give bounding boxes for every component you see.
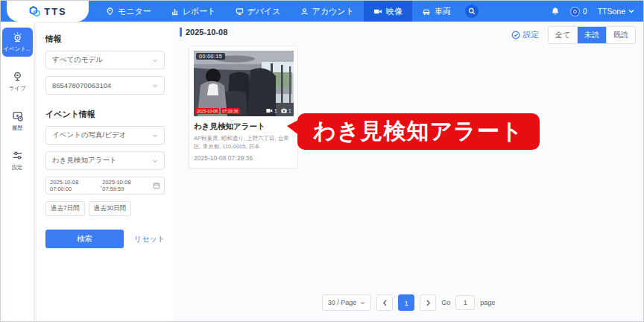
event-section-heading: イベント情報: [45, 109, 165, 120]
filter-read-button[interactable]: 既読: [606, 27, 635, 43]
duration-badge: 00:00:15: [196, 53, 225, 60]
chevron-down-icon: [628, 9, 634, 13]
go-label: Go: [441, 299, 450, 306]
search-icon: [468, 7, 476, 15]
nav-menu: モニター レポート デバイス アカウント: [96, 1, 479, 22]
page-size-select[interactable]: 30 / Page: [322, 294, 372, 311]
sidebar-item-history[interactable]: 履歴: [2, 107, 33, 136]
nav-item-label: モニター: [118, 6, 151, 17]
filter-actions: 検索 リセット: [45, 230, 165, 248]
cabin-scene-image: [194, 51, 294, 116]
search-button[interactable]: [465, 4, 479, 18]
media-type-select[interactable]: イベントの写真/ビデオ: [45, 126, 165, 145]
sidebar-item-label: 履歴: [12, 124, 23, 131]
logo-hexagon-icon: [28, 5, 41, 18]
sidebar-item-label: ライブ: [9, 84, 26, 92]
date-group-heading: 2025-10-08: [180, 28, 227, 37]
search-submit-button[interactable]: 検索: [45, 230, 124, 248]
date-group-label: 2025-10-08: [186, 28, 227, 37]
chevron-left-icon: [382, 300, 388, 306]
coin-icon: [570, 7, 580, 16]
points-indicator[interactable]: 0: [570, 7, 587, 16]
navbar-right: 0 TTSone: [551, 1, 644, 22]
event-type-select-value: わき見検知アラート: [52, 156, 117, 165]
bell-icon[interactable]: [551, 7, 560, 16]
reset-button[interactable]: リセット: [134, 234, 165, 244]
page-size-value: 30 / Page: [328, 299, 357, 306]
settings-toggle[interactable]: 設定: [511, 30, 539, 40]
go-page-input[interactable]: [455, 295, 475, 310]
user-icon: [300, 7, 309, 16]
nav-item-vehicle[interactable]: 車両: [412, 1, 461, 22]
car-icon: [422, 7, 431, 16]
logo[interactable]: TTS: [7, 1, 89, 22]
chevron-down-icon: [152, 133, 158, 139]
nav-item-monitor[interactable]: モニター: [96, 1, 161, 22]
filter-unread-button[interactable]: 未読: [577, 27, 606, 43]
pagination: 30 / Page 1 Go page: [174, 294, 643, 311]
top-navbar: TTS モニター レポート デバイス: [1, 1, 644, 22]
chevron-down-icon: [152, 57, 158, 63]
circle-check-icon: [511, 31, 520, 40]
video-camera-icon: [373, 7, 382, 16]
nav-item-label: アカウント: [312, 6, 354, 17]
date-range-end: 2025-10-08 07:59:59: [102, 179, 153, 192]
last-30-days-button[interactable]: 過去30日間: [89, 201, 131, 216]
chevron-right-icon: [426, 300, 431, 306]
prev-page-button[interactable]: [376, 294, 393, 311]
nav-item-label: 車両: [435, 6, 451, 17]
photo-camera-icon: [281, 108, 287, 113]
page-number-button[interactable]: 1: [398, 294, 414, 311]
read-filter-group: 全て 未読 既読: [548, 26, 636, 44]
logo-text: TTS: [44, 6, 67, 17]
info-section-heading: 情報: [45, 34, 165, 45]
alert-callout-text: わき見検知アラート: [313, 116, 524, 147]
user-menu[interactable]: TTSone: [598, 7, 634, 16]
date-range-picker[interactable]: 2025-10-08 07:00:00 - 2025-10-08 07:59:5…: [45, 177, 165, 195]
event-title: わき見検知アラート: [194, 121, 293, 132]
event-address: AP秋葉原, 昭和通り, 上野六丁目, 台東区, 東京都, 110-0005, …: [194, 135, 293, 151]
nav-item-video[interactable]: 映像: [364, 1, 412, 22]
filter-all-button[interactable]: 全て: [549, 27, 577, 43]
chevron-down-icon: [152, 158, 158, 164]
nav-item-device[interactable]: デバイス: [226, 1, 291, 22]
sidebar-item-label: 設定: [12, 163, 23, 171]
front-camera-count: 1: [266, 107, 277, 114]
event-alert-icon: [12, 31, 23, 42]
event-type-select[interactable]: わき見検知アラート: [45, 151, 165, 170]
nav-item-report[interactable]: レポート: [161, 1, 226, 22]
settings-sliders-icon: [12, 150, 23, 161]
bar-chart-icon: [171, 7, 179, 16]
page-word-label: page: [480, 299, 495, 306]
device-select[interactable]: 865478070063104: [45, 76, 165, 95]
nav-item-account[interactable]: アカウント: [291, 1, 364, 22]
device-select-value: 865478070063104: [52, 81, 111, 89]
nav-item-label: デバイス: [247, 6, 281, 17]
date-range-start: 2025-10-08 07:00:00: [50, 179, 101, 192]
media-type-select-value: イベントの写真/ビデオ: [52, 130, 126, 140]
model-select[interactable]: すべてのモデル: [45, 51, 165, 69]
next-page-button[interactable]: [420, 294, 436, 311]
watermark-time: 07:29:36: [221, 108, 239, 114]
event-card[interactable]: 00:00:15 2025-10-08 07:29:36 1 1 わき見検: [189, 45, 298, 168]
count-label: 1: [288, 107, 291, 114]
live-camera-icon: [12, 71, 23, 82]
sidebar-item-live[interactable]: ライブ: [2, 67, 33, 96]
points-count: 0: [583, 7, 587, 16]
user-name: TTSone: [598, 7, 625, 16]
cabin-camera-count: 1: [281, 107, 291, 114]
video-thumbnail[interactable]: 00:00:15 2025-10-08 07:29:36 1 1: [194, 51, 294, 116]
content-toolbar: 設定 全て 未読 既読: [511, 26, 636, 44]
timestamp-watermark: 2025-10-08 07:29:36: [195, 108, 240, 114]
sidebar-item-events[interactable]: イベント...: [2, 28, 33, 57]
nav-item-label: 映像: [386, 6, 402, 17]
date-accent-bar: [180, 28, 182, 37]
filter-panel: 情報 すべてのモデル 865478070063104 イベント情報 イベントの写…: [37, 23, 174, 321]
last-7-days-button[interactable]: 過去7日間: [45, 201, 85, 216]
settings-toggle-label: 設定: [523, 30, 539, 40]
video-camera-icon: [266, 108, 273, 113]
camera-count-overlay: 1 1: [266, 107, 291, 114]
sidebar-item-settings[interactable]: 設定: [2, 146, 33, 175]
model-select-value: すべてのモデル: [52, 55, 103, 65]
location-pin-icon: [106, 7, 114, 16]
